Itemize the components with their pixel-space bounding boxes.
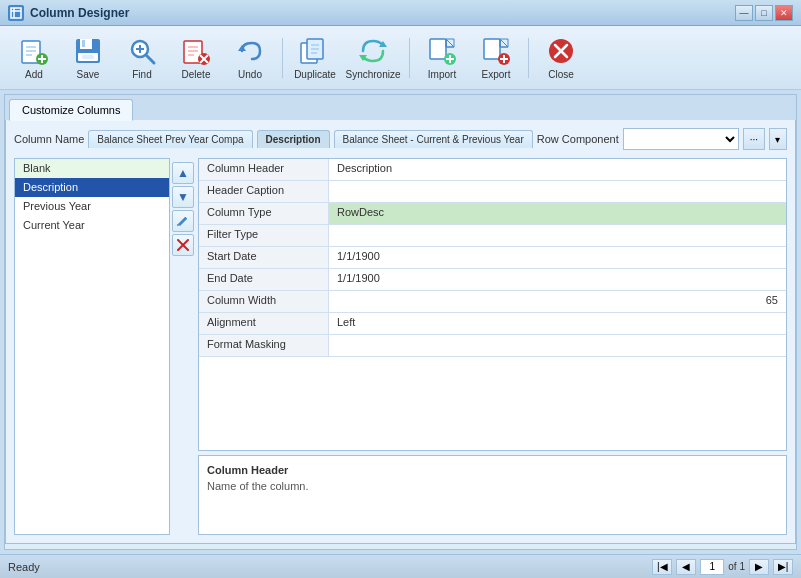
remove-button[interactable]	[172, 234, 194, 256]
prop-value-header-caption[interactable]	[329, 181, 786, 202]
toolbar: Add Save Find	[0, 26, 801, 90]
edit-button[interactable]	[172, 210, 194, 232]
prop-row-header-caption: Header Caption	[199, 181, 786, 203]
prop-row-column-width: Column Width 65	[199, 291, 786, 313]
duplicate-button[interactable]: Duplicate	[289, 31, 341, 85]
duplicate-icon	[299, 35, 331, 67]
export-button[interactable]: Export	[470, 31, 522, 85]
import-label: Import	[428, 69, 456, 80]
svg-rect-41	[484, 39, 500, 59]
export-icon	[480, 35, 512, 67]
next-page-button[interactable]: ▶	[749, 559, 769, 575]
main-area: Customize Columns Column Name Balance Sh…	[0, 90, 801, 554]
properties-table: Column Header Description Header Caption…	[198, 158, 787, 451]
column-name-row: Column Name Balance Sheet Prev Year Comp…	[14, 128, 787, 150]
save-button[interactable]: Save	[62, 31, 114, 85]
last-page-button[interactable]: ▶|	[773, 559, 793, 575]
window-title: Column Designer	[30, 6, 129, 20]
prop-value-format-masking[interactable]	[329, 335, 786, 356]
prop-value-alignment[interactable]: Left	[329, 313, 786, 334]
prop-row-filter-type: Filter Type	[199, 225, 786, 247]
svg-rect-12	[82, 40, 85, 47]
save-label: Save	[77, 69, 100, 80]
move-up-button[interactable]: ▲	[172, 162, 194, 184]
description-title: Column Header	[207, 464, 778, 476]
close-button[interactable]: Close	[535, 31, 587, 85]
row-component-label: Row Component	[537, 133, 619, 145]
description-text: Name of the column.	[207, 480, 778, 492]
column-tab-1[interactable]: Balance Sheet Prev Year Compa	[88, 130, 252, 148]
synchronize-button[interactable]: Synchronize	[343, 31, 403, 85]
import-icon	[426, 35, 458, 67]
window-controls: — □ ✕	[735, 5, 793, 21]
description-box: Column Header Name of the column.	[198, 455, 787, 535]
prop-label-column-header: Column Header	[199, 159, 329, 180]
pagination: |◀ ◀ of 1 ▶ ▶|	[652, 559, 793, 575]
maximize-button[interactable]: □	[755, 5, 773, 21]
add-button[interactable]: Add	[8, 31, 60, 85]
synchronize-icon	[357, 35, 389, 67]
column-tab-3[interactable]: Balance Sheet - Current & Previous Year	[334, 130, 533, 148]
add-label: Add	[25, 69, 43, 80]
prop-label-end-date: End Date	[199, 269, 329, 290]
find-button[interactable]: Find	[116, 31, 168, 85]
prop-label-column-type: Column Type	[199, 203, 329, 224]
svg-rect-11	[80, 39, 92, 49]
tab-header: Customize Columns	[5, 95, 796, 120]
column-list: Blank Description Previous Year Current …	[14, 158, 170, 535]
delete-icon	[180, 35, 212, 67]
column-name-label: Column Name	[14, 133, 84, 145]
tab-container: Customize Columns Column Name Balance Sh…	[4, 94, 797, 550]
save-icon	[72, 35, 104, 67]
add-icon	[18, 35, 50, 67]
prop-value-column-type[interactable]: RowDesc	[329, 203, 786, 224]
close-window-button[interactable]: ✕	[775, 5, 793, 21]
list-item-blank[interactable]: Blank	[15, 159, 169, 178]
prop-value-filter-type[interactable]	[329, 225, 786, 246]
prop-label-header-caption: Header Caption	[199, 181, 329, 202]
undo-button[interactable]: Undo	[224, 31, 276, 85]
minimize-button[interactable]: —	[735, 5, 753, 21]
page-number-input[interactable]	[700, 559, 724, 575]
delete-button[interactable]: Delete	[170, 31, 222, 85]
move-down-button[interactable]: ▼	[172, 186, 194, 208]
synchronize-label: Synchronize	[345, 69, 400, 80]
list-item-current-year[interactable]: Current Year	[15, 216, 169, 235]
import-button[interactable]: Import	[416, 31, 468, 85]
toolbar-separator-3	[528, 38, 529, 78]
toolbar-separator-1	[282, 38, 283, 78]
prop-label-start-date: Start Date	[199, 247, 329, 268]
list-item-description[interactable]: Description	[15, 178, 169, 197]
row-component-select[interactable]	[623, 128, 739, 150]
svg-rect-14	[82, 55, 94, 59]
svg-rect-34	[430, 39, 446, 59]
prop-row-start-date: Start Date 1/1/1900	[199, 247, 786, 269]
right-panel: Column Header Description Header Caption…	[198, 158, 787, 535]
svg-rect-0	[11, 8, 21, 18]
tab-customize-columns[interactable]: Customize Columns	[9, 99, 133, 121]
list-action-buttons: ▲ ▼	[172, 158, 194, 535]
prop-value-column-header[interactable]: Description	[329, 159, 786, 180]
prop-label-format-masking: Format Masking	[199, 335, 329, 356]
prop-row-column-header: Column Header Description	[199, 159, 786, 181]
prop-value-start-date[interactable]: 1/1/1900	[329, 247, 786, 268]
prop-value-end-date[interactable]: 1/1/1900	[329, 269, 786, 290]
list-item-previous-year[interactable]: Previous Year	[15, 197, 169, 216]
prop-row-column-type: Column Type RowDesc	[199, 203, 786, 225]
prop-row-end-date: End Date 1/1/1900	[199, 269, 786, 291]
find-label: Find	[132, 69, 151, 80]
find-icon	[126, 35, 158, 67]
content-layout: Blank Description Previous Year Current …	[14, 158, 787, 535]
prop-label-alignment: Alignment	[199, 313, 329, 334]
svg-line-16	[146, 55, 154, 63]
prop-label-column-width: Column Width	[199, 291, 329, 312]
first-page-button[interactable]: |◀	[652, 559, 672, 575]
prev-page-button[interactable]: ◀	[676, 559, 696, 575]
status-text: Ready	[8, 561, 40, 573]
row-component-ellipsis[interactable]: ···	[743, 128, 765, 150]
prop-row-alignment: Alignment Left	[199, 313, 786, 335]
prop-value-column-width[interactable]: 65	[329, 291, 786, 312]
row-component-dropdown[interactable]: ▾	[769, 128, 787, 150]
undo-label: Undo	[238, 69, 262, 80]
column-tab-2[interactable]: Description	[257, 130, 330, 148]
